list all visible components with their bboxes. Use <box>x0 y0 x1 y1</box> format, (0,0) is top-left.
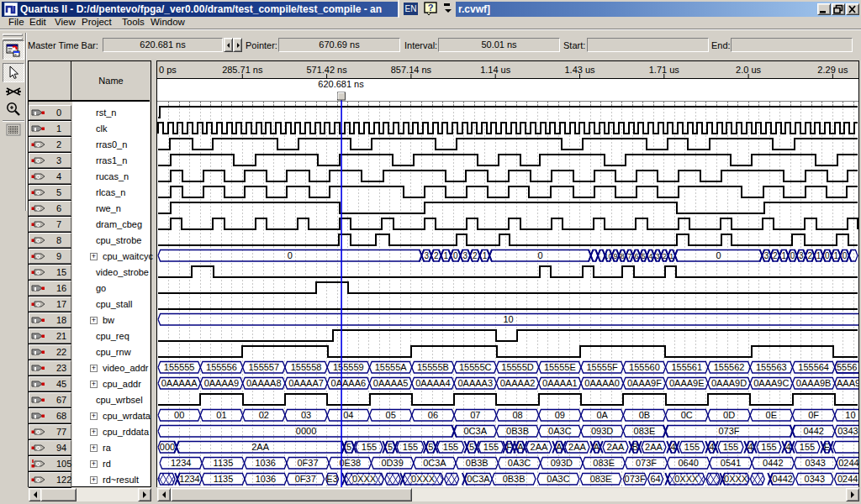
svg-text:1234: 1234 <box>179 474 199 484</box>
svg-text:155: 155 <box>483 442 499 452</box>
svg-text:5: 5 <box>388 442 393 452</box>
svg-text:1: 1 <box>833 251 838 260</box>
svg-text:0: 0 <box>843 251 848 260</box>
svg-text:155557: 155557 <box>248 362 279 372</box>
svg-text:0AAA9E: 0AAA9E <box>669 378 705 388</box>
svg-text:0442: 0442 <box>803 426 823 436</box>
svg-text:0AAAA6: 0AAAA6 <box>331 378 367 388</box>
svg-text:08: 08 <box>512 410 522 420</box>
svg-text:0AAAAA: 0AAAAA <box>161 378 198 388</box>
svg-text:64: 64 <box>650 474 660 484</box>
svg-text:0XXX: 0XXX <box>674 474 699 484</box>
svg-text:0AAA9F: 0AAA9F <box>627 378 662 388</box>
svg-text:083E: 083E <box>634 426 656 436</box>
svg-text:0: 0 <box>537 250 542 260</box>
svg-text:2.29 us: 2.29 us <box>817 65 848 75</box>
svg-text:0D39: 0D39 <box>382 458 404 468</box>
svg-text:05: 05 <box>386 410 396 420</box>
svg-text:155: 155 <box>443 442 458 452</box>
svg-text:15555F: 15555F <box>586 362 618 372</box>
svg-text:09: 09 <box>555 410 565 420</box>
svg-text:155: 155 <box>362 442 377 452</box>
svg-text:15555E: 15555E <box>544 362 576 372</box>
svg-text:2: 2 <box>807 251 812 260</box>
svg-text:0E38: 0E38 <box>339 458 361 468</box>
svg-text:3: 3 <box>799 251 804 260</box>
svg-text:01: 01 <box>216 410 226 420</box>
svg-text:0A3C: 0A3C <box>547 474 570 484</box>
svg-text:0AAAA4: 0AAAA4 <box>415 378 451 388</box>
svg-text:0 ps: 0 ps <box>159 65 177 75</box>
svg-text:0A3C: 0A3C <box>508 458 531 468</box>
svg-text:155: 155 <box>800 442 815 452</box>
svg-text:1: 1 <box>816 251 821 260</box>
svg-text:155560: 155560 <box>629 362 660 372</box>
svg-text:AAA9: AAA9 <box>837 378 858 388</box>
svg-text:0A: 0A <box>596 410 608 420</box>
svg-text:155564: 155564 <box>798 362 829 372</box>
svg-text:0AAAA0: 0AAAA0 <box>584 378 620 388</box>
svg-text:0E: 0E <box>766 410 777 420</box>
svg-text:0640: 0640 <box>679 458 699 468</box>
svg-text:0AAAA5: 0AAAA5 <box>373 378 409 388</box>
svg-text:07: 07 <box>470 410 480 420</box>
svg-text:0C3A: 0C3A <box>463 426 487 436</box>
svg-text:5: 5 <box>469 442 474 452</box>
svg-text:0B: 0B <box>639 410 650 420</box>
svg-text:2: 2 <box>434 251 439 260</box>
svg-text:155559: 155559 <box>333 362 364 372</box>
svg-text:155: 155 <box>723 442 738 452</box>
svg-text:2AA: 2AA <box>607 442 625 452</box>
svg-text:03: 03 <box>301 410 311 420</box>
svg-text:073F: 073F <box>719 426 740 436</box>
svg-text:5556: 5556 <box>837 362 857 372</box>
svg-text:0541: 0541 <box>721 458 741 468</box>
svg-text:000: 000 <box>160 442 175 452</box>
svg-text:0AAAA2: 0AAAA2 <box>500 378 536 388</box>
svg-text:0AAAA8: 0AAAA8 <box>246 378 282 388</box>
svg-text:1: 1 <box>781 251 786 260</box>
svg-text:1: 1 <box>444 251 449 260</box>
svg-text:155: 155 <box>403 442 418 452</box>
svg-text:0C3A: 0C3A <box>467 474 490 484</box>
svg-text:0F: 0F <box>808 410 819 420</box>
svg-text:0442: 0442 <box>772 474 792 484</box>
svg-text:155556: 155556 <box>206 362 237 372</box>
svg-text:1.14 us: 1.14 us <box>480 65 511 75</box>
svg-text:0AAA9B: 0AAA9B <box>796 378 832 388</box>
svg-text:620.681 ns: 620.681 ns <box>318 79 364 89</box>
svg-text:2AA: 2AA <box>645 442 663 452</box>
svg-text:0343: 0343 <box>805 458 825 468</box>
svg-text:5: 5 <box>346 442 351 452</box>
svg-text:2AA: 2AA <box>251 442 269 452</box>
svg-text:0: 0 <box>790 251 795 260</box>
svg-text:0244: 0244 <box>838 458 858 468</box>
svg-text:155: 155 <box>761 442 776 452</box>
svg-text:857.14 ns: 857.14 ns <box>391 65 432 75</box>
svg-text:3: 3 <box>424 251 429 260</box>
svg-text:155558: 155558 <box>291 362 322 372</box>
svg-text:06: 06 <box>428 410 438 420</box>
svg-text:?: ? <box>428 3 434 13</box>
svg-text:0C: 0C <box>681 410 693 420</box>
svg-text:083E: 083E <box>590 474 612 484</box>
svg-text:15555A: 15555A <box>375 362 408 372</box>
svg-text:155: 155 <box>684 442 700 452</box>
svg-text:0343: 0343 <box>837 426 858 436</box>
svg-text:155555: 155555 <box>164 362 195 372</box>
svg-text:15555C: 15555C <box>459 362 492 372</box>
svg-text:3: 3 <box>463 251 468 260</box>
svg-text:0B3B: 0B3B <box>466 458 489 468</box>
svg-text:571.42 ns: 571.42 ns <box>306 65 347 75</box>
svg-text:2AA: 2AA <box>531 442 548 452</box>
svg-text:0B3B: 0B3B <box>506 426 529 436</box>
svg-text:0XXX: 0XXX <box>411 474 436 484</box>
svg-text:285.71 ns: 285.71 ns <box>222 65 263 75</box>
svg-text:0343: 0343 <box>805 474 825 484</box>
svg-text:04: 04 <box>343 410 353 420</box>
svg-text:073F: 073F <box>625 474 646 484</box>
svg-text:2: 2 <box>773 251 778 260</box>
svg-text:10: 10 <box>503 314 513 324</box>
svg-text:0A3C: 0A3C <box>548 426 572 436</box>
svg-text:0C3A: 0C3A <box>423 458 446 468</box>
